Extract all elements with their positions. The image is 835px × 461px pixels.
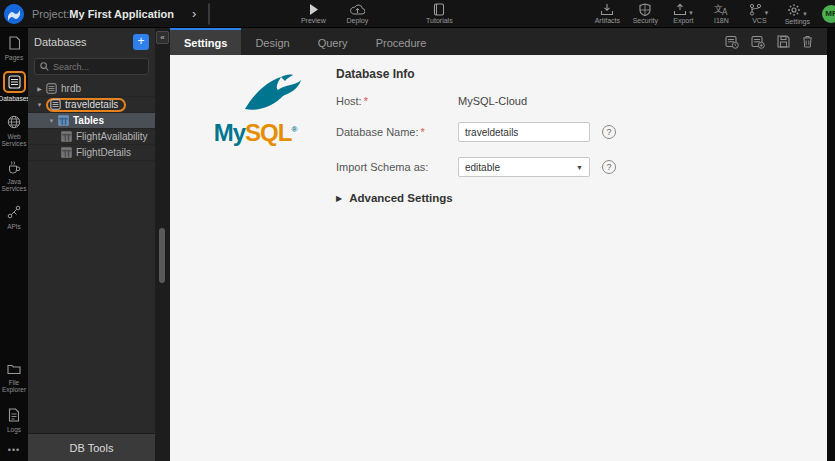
host-row: Host:* MySQL-Cloud — [336, 95, 616, 107]
sidebar-item-java-services[interactable]: Java Services — [0, 158, 28, 193]
database-info-form: Database Info Host:* MySQL-Cloud Databas… — [336, 65, 616, 461]
required-asterisk: * — [364, 95, 368, 107]
import-schema-select[interactable]: editable▼ — [458, 157, 590, 177]
deploy-button[interactable]: Deploy — [342, 3, 372, 24]
page-icon — [5, 34, 24, 52]
tree-item-flightavailability[interactable]: FlightAvailability — [28, 129, 155, 145]
api-connector-icon — [4, 203, 24, 221]
top-bar: Project:My First Application › Main Prev… — [0, 0, 835, 28]
tab-settings[interactable]: Settings — [170, 28, 241, 55]
sidebar-more-button[interactable]: ••• — [8, 445, 20, 459]
tutorials-button[interactable]: Tutorials — [424, 3, 454, 24]
panel-collapse-strip: « — [155, 28, 170, 461]
shield-icon — [639, 3, 651, 16]
user-avatar[interactable]: MP — [822, 5, 835, 23]
update-database-button[interactable] — [751, 35, 765, 49]
database-sync-icon — [751, 35, 765, 49]
search-input[interactable] — [53, 62, 143, 72]
databases-panel: Databases + ▶ hrdb ▼ traveldetails ▼ — [28, 28, 155, 461]
sidebar-item-pages[interactable]: Pages — [0, 34, 28, 61]
search-icon — [40, 62, 49, 71]
reimport-database-button[interactable] — [725, 35, 739, 49]
save-button[interactable] — [777, 35, 790, 48]
database-icon — [3, 71, 26, 93]
highlight-ring: traveldetails — [46, 98, 126, 112]
chevron-down-icon[interactable]: ▼ — [47, 118, 56, 124]
folder-icon — [4, 361, 24, 377]
sidebar-item-file-explorer[interactable]: File Explorer — [0, 361, 28, 394]
coffee-cup-icon — [4, 158, 24, 176]
collapse-panel-button[interactable]: « — [156, 31, 169, 44]
help-icon[interactable]: ? — [602, 125, 616, 139]
scrollbar-thumb[interactable] — [159, 228, 165, 283]
tab-design[interactable]: Design — [241, 28, 303, 55]
page-tab-main[interactable]: Main — [208, 3, 210, 25]
import-schema-row: Import Schema as: editable▼ ? — [336, 157, 616, 177]
table-icon — [61, 147, 72, 158]
book-icon — [433, 3, 445, 16]
settings-caret-icon: ▼ — [802, 11, 808, 17]
tab-procedure[interactable]: Procedure — [362, 28, 441, 55]
breadcrumb-chevron-icon: › — [192, 6, 196, 21]
tab-query[interactable]: Query — [304, 28, 362, 55]
required-asterisk: * — [421, 126, 425, 138]
sidebar-item-logs[interactable]: Logs — [0, 406, 28, 433]
section-title: Database Info — [336, 67, 616, 81]
security-button[interactable]: Security — [630, 3, 660, 24]
page-icon — [209, 4, 210, 24]
import-schema-label: Import Schema as: — [336, 161, 458, 173]
database-icon — [50, 99, 61, 110]
table-icon — [61, 131, 72, 142]
mysql-logo: MySQL® — [196, 65, 314, 461]
sidebar-item-databases[interactable]: Databases — [0, 71, 28, 102]
right-edge-strip — [827, 28, 835, 461]
help-icon[interactable]: ? — [602, 160, 616, 174]
preview-button[interactable]: Preview — [298, 3, 328, 24]
main-area: Settings Design Query Procedure MySQL® D… — [170, 28, 827, 461]
database-name-row: Database Name:* ? — [336, 122, 616, 142]
databases-panel-title: Databases — [34, 36, 87, 48]
i18n-button[interactable]: 文A I18N — [706, 3, 736, 24]
advanced-settings-toggle[interactable]: ▶ Advanced Settings — [336, 192, 616, 204]
settings-button[interactable]: ▼ Settings — [782, 3, 812, 25]
upload-tray-icon — [673, 3, 687, 16]
table-icon — [58, 115, 69, 126]
branch-icon — [749, 3, 762, 16]
export-button[interactable]: ▼ Export — [668, 3, 698, 24]
chevron-right-icon: ▶ — [336, 194, 342, 203]
globe-icon — [4, 113, 24, 131]
database-icon — [46, 83, 57, 94]
chevron-right-icon[interactable]: ▶ — [35, 85, 44, 92]
sidebar-item-apis[interactable]: APIs — [0, 203, 28, 230]
download-tray-icon — [600, 3, 614, 16]
tree-item-flightdetails[interactable]: FlightDetails — [28, 145, 155, 161]
chevron-down-icon[interactable]: ▼ — [35, 102, 44, 108]
host-label: Host:* — [336, 95, 458, 107]
mysql-dolphin-icon — [237, 73, 307, 115]
database-search[interactable] — [34, 58, 149, 75]
artifacts-button[interactable]: Artifacts — [592, 3, 622, 24]
play-icon — [307, 3, 320, 16]
wavemaker-logo-icon[interactable] — [4, 4, 24, 24]
tree-item-traveldetails[interactable]: ▼ traveldetails — [28, 97, 155, 113]
db-tools-button[interactable]: DB Tools — [28, 433, 155, 461]
host-value: MySQL-Cloud — [458, 95, 527, 107]
svg-text:A: A — [722, 8, 728, 16]
database-name-input[interactable] — [458, 122, 590, 142]
tree-item-hrdb[interactable]: ▶ hrdb — [28, 81, 155, 97]
cloud-upload-icon — [350, 3, 365, 16]
project-title: Project:My First Application — [32, 8, 174, 20]
export-caret-icon: ▼ — [688, 10, 694, 16]
select-caret-icon: ▼ — [576, 164, 583, 171]
left-sidebar: Pages Databases Web Services Java Servic… — [0, 28, 28, 461]
save-icon — [777, 35, 790, 48]
trash-icon — [802, 35, 813, 48]
vcs-caret-icon: ▼ — [763, 10, 769, 16]
tree-item-tables[interactable]: ▼ Tables — [28, 113, 155, 129]
vcs-button[interactable]: ▼ VCS — [744, 3, 774, 24]
database-clock-icon — [725, 35, 739, 49]
add-database-button[interactable]: + — [133, 34, 149, 50]
gear-icon — [787, 3, 801, 17]
sidebar-item-web-services[interactable]: Web Services — [0, 113, 28, 148]
delete-button[interactable] — [802, 35, 813, 48]
